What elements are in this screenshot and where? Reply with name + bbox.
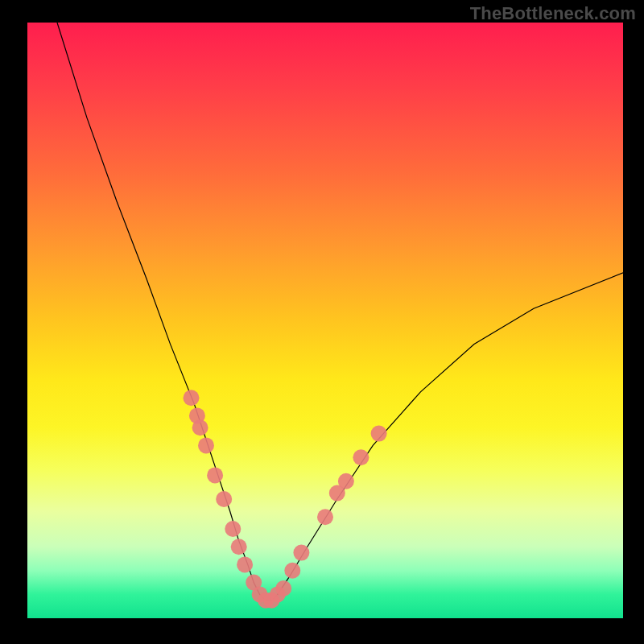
data-marker	[338, 473, 354, 489]
data-marker	[371, 426, 387, 442]
curve-group	[57, 23, 623, 601]
data-marker	[192, 419, 208, 436]
plot-area	[27, 23, 623, 618]
data-marker	[207, 467, 223, 483]
bottleneck-curve	[57, 23, 623, 601]
data-marker	[275, 580, 291, 597]
data-marker	[284, 563, 300, 579]
watermark-text: TheBottleneck.com	[470, 3, 636, 24]
data-marker	[216, 491, 232, 507]
chart-frame: TheBottleneck.com	[0, 0, 644, 644]
plot-svg	[27, 23, 623, 618]
data-marker	[317, 509, 333, 525]
data-markers	[184, 390, 387, 609]
data-marker	[293, 545, 309, 561]
data-marker	[225, 521, 241, 537]
data-marker	[353, 449, 369, 465]
data-marker	[198, 437, 214, 453]
data-marker	[184, 390, 200, 406]
data-marker	[231, 539, 247, 555]
data-marker	[237, 556, 253, 572]
